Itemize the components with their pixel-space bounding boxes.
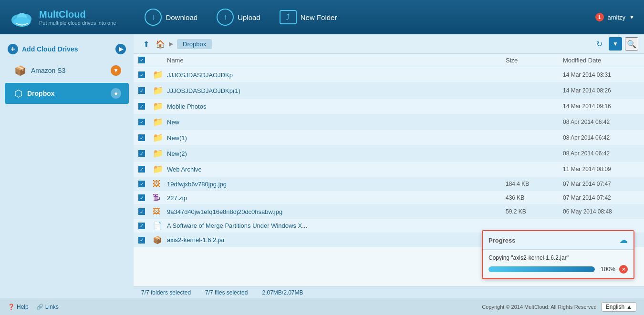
jpg-icon: 🖼 [153,207,160,215]
table-row[interactable]: 📁 JJJOSJDASDJAOJDKp(1) 14 Mar 2014 08:26 [134,83,644,99]
row-checkbox[interactable] [138,223,145,229]
file-name: A Software of Merge Partitions Under Win… [167,222,506,229]
add-icon: + [8,44,18,54]
row-checkbox[interactable] [138,71,145,78]
file-size: 59.2 KB [506,208,563,215]
table-row[interactable]: 📁 Mobile Photos 14 Mar 2014 09:16 [134,99,644,114]
file-size: 184.4 KB [506,181,563,187]
progress-panel: Progress ☁ Copying "axis2-kernel-1.6.2.j… [482,230,634,279]
progress-close-button[interactable]: ✕ [619,265,628,274]
table-row[interactable]: 📁 New 08 Apr 2014 06:42 [134,114,644,130]
language-button[interactable]: English ▲ [602,302,636,312]
total-size: 2.07MB/2.07MB [262,289,303,296]
file-date: 14 Mar 2014 08:26 [563,87,639,94]
footer-left: ❓ Help 🔗 Links [8,304,59,310]
download-button[interactable]: ↓ Download [145,9,197,26]
footer: ❓ Help 🔗 Links Copyright © 2014 MultClou… [0,298,644,315]
folder-icon: 📁 [153,86,163,95]
links-link[interactable]: 🔗 Links [36,304,59,310]
upload-button[interactable]: ↑ Upload [217,9,260,26]
row-checkbox[interactable] [138,134,145,141]
file-date: 08 Apr 2014 06:42 [563,134,639,141]
files-selected: 7/7 files selected [205,289,248,296]
refresh-button[interactable]: ↻ [592,37,606,51]
row-checkbox[interactable] [138,103,145,110]
logo-text: MultCloud Put multiple cloud drives into… [39,9,116,26]
notification-badge[interactable]: 1 [595,13,604,21]
doc-icon: 📄 [153,222,162,230]
file-name: Web Archive [167,166,506,173]
amazon-expand-icon: ▼ [111,65,121,76]
table-row[interactable]: 🖼 19dfwjxb6v780jpg.jpg 184.4 KB 07 Mar 2… [134,177,644,191]
header: MultCloud Put multiple cloud drives into… [0,0,644,34]
row-checkbox[interactable] [138,237,145,244]
file-name: 227.zip [167,194,506,202]
main-container: + Add Cloud Drives ▶ 📦 Amazon S3 ▼ ⬡ Dro… [0,34,644,298]
row-checkbox[interactable] [138,208,145,215]
table-row[interactable]: 🗜 227.zip 436 KB 07 Mar 2014 07:42 [134,191,644,205]
breadcrumb-dropbox[interactable]: Dropbox [177,39,212,49]
file-name: Mobile Photos [167,103,506,110]
file-date: 14 Mar 2014 03:31 [563,71,639,78]
table-row[interactable]: 📁 New(1) 08 Apr 2014 06:42 [134,130,644,146]
toolbar-right-buttons: ↻ ▼ 🔍 [592,37,638,51]
file-name: JJJOSJDASDJAOJDKp [167,71,506,79]
select-all-checkbox[interactable] [138,57,145,63]
file-name: New(1) [167,134,506,142]
new-folder-icon: ⤴ [280,10,297,24]
sidebar: + Add Cloud Drives ▶ 📦 Amazon S3 ▼ ⬡ Dro… [0,34,134,298]
sidebar-item-amazon[interactable]: 📦 Amazon S3 ▼ [5,60,129,81]
language-label: English [606,304,624,310]
sidebar-item-dropbox[interactable]: ⬡ Dropbox ● [5,83,129,104]
logo-area: MultCloud Put multiple cloud drives into… [10,7,116,28]
sidebar-item-label: Amazon S3 [31,67,65,74]
file-name: 19dfwjxb6v780jpg.jpg [167,181,506,188]
table-row[interactable]: 📁 Web Archive 11 Mar 2014 08:09 [134,162,644,177]
logo-subtitle: Put multiple cloud drives into one [39,20,116,26]
header-actions: ↓ Download ↑ Upload ⤴ New Folder [145,9,595,26]
folder-icon: 📁 [153,102,163,111]
table-row[interactable]: 📁 JJJOSJDASDJAOJDKp 14 Mar 2014 03:31 [134,67,644,83]
row-checkbox[interactable] [138,194,145,201]
copyright: Copyright © 2014 MultCloud. All Rights R… [482,304,596,310]
file-date: 14 Mar 2014 09:16 [563,103,639,110]
row-checkbox[interactable] [138,119,145,125]
folder-icon: 📁 [153,164,163,174]
zip-icon: 🗜 [153,193,160,202]
content-toolbar: ⬆ 🏠 ▶ Dropbox ↻ ▼ 🔍 [134,34,644,54]
status-bar: 7/7 folders selected 7/7 files selected … [134,286,644,298]
up-nav-button[interactable]: ⬆ [139,37,153,51]
username: amltzу [608,14,626,21]
header-right: 1 amltzу ▼ [595,13,634,21]
row-checkbox[interactable] [138,150,145,157]
jar-icon: 📦 [153,236,162,244]
file-rows-container: 📁 JJJOSJDASDJAOJDKp 14 Mar 2014 03:31 📁 … [134,67,644,247]
row-checkbox[interactable] [138,87,145,94]
help-link[interactable]: ❓ Help [8,304,29,310]
table-row[interactable]: 📁 New(2) 08 Apr 2014 06:42 [134,146,644,162]
download-icon: ↓ [145,9,162,26]
add-cloud-drives-button[interactable]: + Add Cloud Drives ▶ [0,39,134,59]
progress-message: Copying "axis2-kernel-1.6.2.jar" [488,254,628,261]
progress-body: Copying "axis2-kernel-1.6.2.jar" 100% ✕ [483,250,634,278]
row-checkbox[interactable] [138,181,145,187]
logo-icon [10,7,34,28]
header-checkbox-col [138,57,153,64]
file-name: JJJOSJDASDJAOJDKp(1) [167,87,506,94]
amazon-icon: 📦 [14,65,26,76]
home-button[interactable]: 🏠 [156,40,165,49]
row-checkbox[interactable] [138,166,145,173]
view-dropdown-button[interactable]: ▼ [609,37,622,51]
user-dropdown-arrow[interactable]: ▼ [629,14,634,20]
file-date: 11 Mar 2014 08:09 [563,166,639,173]
progress-header: Progress ☁ [483,231,634,250]
file-name: 9a347d40jw1efq16e8n8dj20dc0hsabw.jpg [167,208,506,215]
file-name: New(2) [167,150,506,157]
dropbox-icon: ⬡ [14,88,22,99]
search-button[interactable]: 🔍 [625,37,638,51]
dropbox-expand-icon: ● [111,88,121,99]
add-cloud-drives-label: Add Cloud Drives [22,45,78,53]
table-row[interactable]: 🖼 9a347d40jw1efq16e8n8dj20dc0hsabw.jpg 5… [134,205,644,219]
new-folder-button[interactable]: ⤴ New Folder [280,10,337,24]
file-date: 06 May 2014 08:48 [563,208,639,215]
